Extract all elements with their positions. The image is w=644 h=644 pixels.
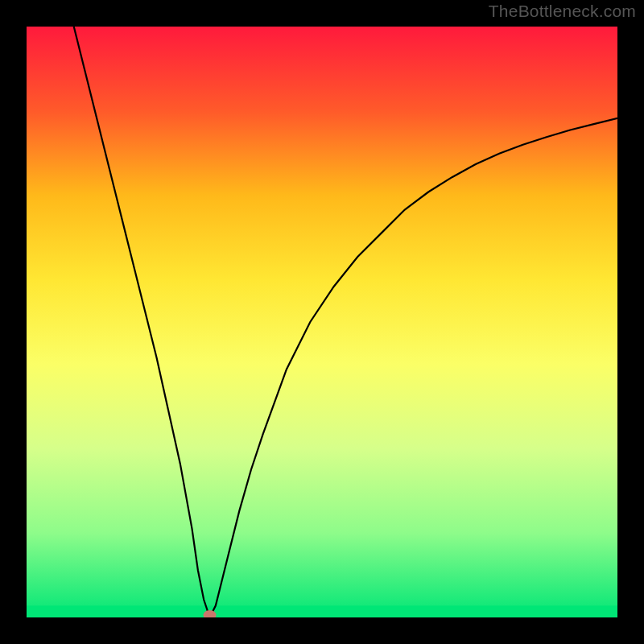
chart-container: TheBottleneck.com — [0, 0, 644, 644]
watermark-text: TheBottleneck.com — [489, 2, 636, 21]
plot-area — [27, 27, 617, 617]
gradient-background — [27, 27, 617, 617]
green-band — [27, 605, 617, 617]
chart-svg — [27, 27, 617, 617]
